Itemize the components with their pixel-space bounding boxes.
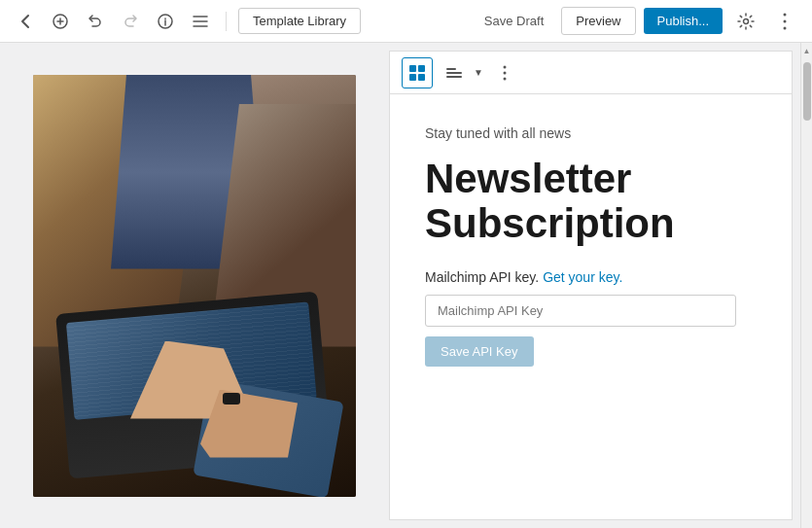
svg-point-2 [744, 18, 749, 23]
settings-button[interactable] [730, 6, 761, 37]
list-view-button[interactable] [439, 57, 470, 88]
title-line2: Subscription [425, 200, 675, 246]
svg-point-3 [784, 13, 787, 16]
back-button[interactable] [12, 8, 39, 35]
publish-button[interactable]: Publish... [644, 8, 723, 34]
toolbar-divider [226, 12, 227, 31]
svg-point-7 [503, 71, 506, 74]
title-line1: Newsletter [425, 156, 631, 201]
hero-image [33, 75, 356, 497]
left-panel [0, 43, 389, 528]
undo-button[interactable] [82, 8, 109, 35]
svg-point-6 [503, 65, 506, 68]
info-button[interactable] [152, 8, 179, 35]
template-library-button[interactable]: Template Library [238, 8, 361, 34]
grid-view-button[interactable] [402, 57, 433, 88]
svg-point-4 [784, 19, 787, 22]
scrollbar-track: ▲ [800, 43, 812, 528]
newsletter-title: Newsletter Subscription [425, 157, 757, 246]
save-api-key-button[interactable]: Save API Key [425, 336, 534, 367]
stay-tuned-text: Stay tuned with all news [425, 125, 757, 141]
svg-point-8 [503, 77, 506, 80]
redo-button[interactable] [117, 8, 144, 35]
menu-button[interactable] [187, 8, 214, 35]
main-toolbar: Template Library Save Draft Preview Publ… [0, 0, 812, 43]
add-button[interactable] [47, 8, 74, 35]
preview-button[interactable]: Preview [561, 7, 635, 35]
get-key-link[interactable]: Get your key. [543, 269, 622, 285]
list-view-dropdown[interactable]: ▼ [439, 57, 485, 88]
save-draft-button[interactable]: Save Draft [475, 8, 553, 34]
list-icon [446, 68, 462, 78]
api-key-input[interactable] [425, 295, 736, 327]
main-area: ▼ Stay tuned with all news Newsletter Su… [0, 43, 812, 528]
image-wristband [223, 393, 240, 405]
api-key-label: Mailchimp API key. [425, 269, 539, 285]
api-key-label-row: Mailchimp API key. Get your key. [425, 269, 757, 285]
scrollbar-thumb[interactable] [803, 62, 811, 121]
scrollbar-up-arrow[interactable]: ▲ [801, 43, 813, 58]
right-panel: ▼ Stay tuned with all news Newsletter Su… [389, 43, 800, 528]
block-more-button[interactable] [491, 59, 518, 87]
grid-icon [409, 65, 425, 81]
block-toolbar: ▼ [389, 51, 793, 93]
content-card: Stay tuned with all news Newsletter Subs… [389, 93, 793, 520]
svg-point-5 [784, 26, 787, 29]
more-options-button[interactable] [769, 6, 800, 37]
list-view-chevron[interactable]: ▼ [472, 65, 485, 80]
